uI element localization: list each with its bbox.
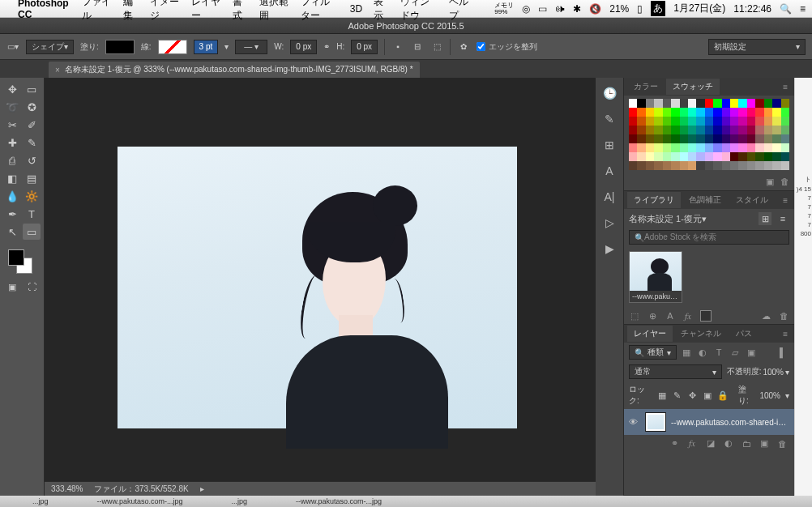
- path-ops-icon[interactable]: ▪: [391, 40, 404, 53]
- swatch[interactable]: [772, 152, 780, 161]
- swatch[interactable]: [781, 143, 789, 152]
- stroke-style-select[interactable]: — ▾: [235, 40, 267, 54]
- swatch[interactable]: [764, 152, 772, 161]
- swatch[interactable]: [654, 152, 662, 161]
- swatch[interactable]: [637, 134, 645, 143]
- gear-icon[interactable]: ✿: [457, 40, 470, 53]
- menu-filter[interactable]: フィルター: [301, 0, 339, 23]
- workspace-preset[interactable]: 初期設定▾: [708, 39, 806, 55]
- swatch[interactable]: [772, 99, 780, 108]
- swatch[interactable]: [671, 143, 679, 152]
- shape-mode-select[interactable]: シェイプ ▾: [26, 40, 74, 54]
- swatch[interactable]: [722, 99, 730, 108]
- marquee-tool[interactable]: ▭: [23, 81, 41, 97]
- swatch[interactable]: [747, 143, 755, 152]
- brush-panel-icon[interactable]: ✎: [602, 112, 617, 126]
- panel-menu-icon[interactable]: ≡: [780, 196, 791, 205]
- panel-menu-icon[interactable]: ≡: [780, 330, 791, 339]
- swatch[interactable]: [722, 143, 730, 152]
- swatch[interactable]: [663, 108, 671, 117]
- swatch[interactable]: [680, 108, 688, 117]
- swatch[interactable]: [764, 117, 772, 126]
- tab-color[interactable]: カラー: [627, 79, 665, 95]
- layer-thumbnail[interactable]: [645, 412, 666, 432]
- type-tool[interactable]: T: [23, 206, 41, 222]
- crop-tool[interactable]: ✂: [3, 117, 21, 133]
- stamp-tool[interactable]: ⎙: [3, 152, 21, 168]
- library-item[interactable]: --www.pakutaso...: [629, 251, 682, 303]
- lock-trans-icon[interactable]: ▦: [657, 390, 667, 401]
- swatch[interactable]: [738, 161, 746, 170]
- paragraph-panel-icon[interactable]: A|: [602, 190, 617, 204]
- swatch[interactable]: [680, 161, 688, 170]
- canvas-area[interactable]: 333.48% ファイル：373.5K/552.8K ▸: [45, 78, 596, 496]
- swatch[interactable]: [637, 161, 645, 170]
- swatch[interactable]: [764, 108, 772, 117]
- add-layer-style-icon[interactable]: A: [665, 310, 676, 322]
- healing-tool[interactable]: ✚: [3, 134, 21, 151]
- swatch[interactable]: [730, 126, 738, 134]
- pen-tool[interactable]: ✒: [3, 206, 21, 222]
- tab-styles[interactable]: スタイル: [729, 192, 775, 208]
- swatch[interactable]: [629, 117, 637, 126]
- swatch[interactable]: [671, 126, 679, 134]
- adjustment-icon[interactable]: ◐: [724, 438, 736, 449]
- swatch[interactable]: [688, 134, 696, 143]
- add-char-style-icon[interactable]: ⊕: [647, 310, 658, 322]
- dock-file[interactable]: ...jpg: [32, 497, 49, 505]
- path-align-icon[interactable]: ⊟: [411, 40, 424, 53]
- new-layer-icon[interactable]: ▣: [760, 438, 771, 449]
- swatch[interactable]: [646, 108, 654, 117]
- swatch[interactable]: [688, 161, 696, 170]
- quickmask-tool[interactable]: ▣: [3, 279, 21, 295]
- swatch[interactable]: [713, 152, 721, 161]
- swatch[interactable]: [730, 134, 738, 143]
- swatch[interactable]: [696, 117, 704, 126]
- volume-icon[interactable]: 🔇: [589, 3, 601, 15]
- add-graphic-icon[interactable]: ⬚: [629, 310, 640, 322]
- swatch[interactable]: [646, 152, 654, 161]
- swatch[interactable]: [663, 152, 671, 161]
- new-swatch-icon[interactable]: ▣: [766, 177, 774, 187]
- swatch[interactable]: [755, 126, 763, 134]
- swatch[interactable]: [646, 117, 654, 126]
- swatch[interactable]: [654, 143, 662, 152]
- swatch[interactable]: [629, 143, 637, 152]
- swatch[interactable]: [747, 161, 755, 170]
- fill-swatch[interactable]: [105, 40, 135, 54]
- swatch[interactable]: [713, 126, 721, 134]
- brush-tool[interactable]: ✎: [23, 134, 41, 151]
- spotlight-icon[interactable]: 🔍: [780, 3, 792, 15]
- swatch[interactable]: [738, 99, 746, 108]
- swatch[interactable]: [629, 161, 637, 170]
- swatch[interactable]: [705, 161, 713, 170]
- tab-layers[interactable]: レイヤー: [627, 326, 673, 342]
- swatch[interactable]: [755, 108, 763, 117]
- wifi-icon[interactable]: 🕪: [555, 3, 565, 15]
- dock-file[interactable]: ...jpg: [232, 497, 248, 505]
- bluetooth-icon[interactable]: ✱: [573, 3, 581, 15]
- menubar-time[interactable]: 11:22:46: [733, 3, 771, 15]
- swatch[interactable]: [705, 152, 713, 161]
- layer-row[interactable]: 👁 --www.pakutaso.com-shared-img-th...: [624, 409, 794, 435]
- swatch[interactable]: [671, 152, 679, 161]
- swatch[interactable]: [730, 143, 738, 152]
- swatch[interactable]: [738, 126, 746, 134]
- grid-view-icon[interactable]: ⊞: [759, 212, 771, 225]
- swatch[interactable]: [781, 108, 789, 117]
- history-brush-tool[interactable]: ↺: [23, 152, 41, 168]
- swatch[interactable]: [764, 161, 772, 170]
- swatch[interactable]: [722, 117, 730, 126]
- file-info[interactable]: ファイル：373.5K/552.8K: [94, 484, 188, 495]
- swatch[interactable]: [738, 117, 746, 126]
- play-panel-icon[interactable]: ▶: [602, 241, 617, 256]
- height-field[interactable]: 0 px: [351, 40, 378, 54]
- swatch[interactable]: [637, 152, 645, 161]
- swatch[interactable]: [646, 134, 654, 143]
- swatches-grid[interactable]: [624, 96, 794, 173]
- tab-paths[interactable]: パス: [729, 326, 759, 342]
- foreground-color[interactable]: [8, 249, 24, 266]
- fg-bg-colors[interactable]: [3, 248, 41, 277]
- link-wh-icon[interactable]: ⚭: [323, 42, 330, 51]
- document-tab[interactable]: × 名称未設定 1-復元 @ 333% (--www.pakutaso.com-…: [49, 62, 420, 78]
